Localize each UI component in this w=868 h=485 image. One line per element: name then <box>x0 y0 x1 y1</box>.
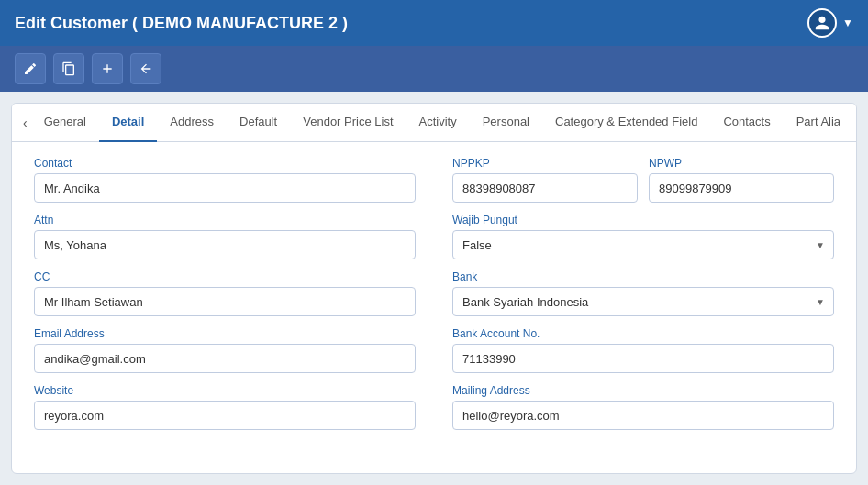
add-button[interactable] <box>92 53 123 84</box>
wajib-pungut-group: Wajib Pungut False True <box>452 214 834 259</box>
wajib-pungut-select[interactable]: False True <box>452 230 834 259</box>
bank-group: Bank Bank Syariah Indonesia <box>452 270 834 316</box>
user-chevron-icon: ▼ <box>842 17 853 29</box>
attn-label: Attn <box>34 214 416 226</box>
form-left-column: Contact Attn CC Email Address Website <box>34 157 416 458</box>
email-group: Email Address <box>34 327 416 373</box>
tab-part-alia[interactable]: Part Alia <box>784 104 853 142</box>
tab-category-extended-field[interactable]: Category & Extended Field <box>542 104 710 142</box>
tab-address[interactable]: Address <box>157 104 227 142</box>
tab-prev-button[interactable]: ‹ <box>19 116 31 130</box>
main-content: ‹ General Detail Address Default Vendor … <box>0 92 868 485</box>
mailing-address-group: Mailing Address <box>452 384 834 430</box>
nppkp-label: NPPKP <box>452 157 638 170</box>
bank-wrapper: Bank Syariah Indonesia <box>452 287 834 316</box>
tab-bar: ‹ General Detail Address Default Vendor … <box>12 104 856 142</box>
npwp-group: NPWP <box>649 157 834 203</box>
tab-contacts[interactable]: Contacts <box>710 104 783 142</box>
npwp-label: NPWP <box>649 157 834 170</box>
bank-account-group: Bank Account No. <box>452 327 834 373</box>
cc-group: CC <box>34 270 416 316</box>
copy-button[interactable] <box>53 53 84 84</box>
contact-group: Contact <box>34 157 416 203</box>
tab-general[interactable]: General <box>31 104 99 142</box>
user-menu[interactable]: ▼ <box>807 8 853 38</box>
email-label: Email Address <box>34 327 416 340</box>
cc-input[interactable] <box>34 287 416 316</box>
back-button[interactable] <box>130 53 161 84</box>
mailing-address-input[interactable] <box>452 401 834 430</box>
attn-group: Attn <box>34 214 416 259</box>
tab-default[interactable]: Default <box>227 104 290 142</box>
bank-label: Bank <box>452 270 834 283</box>
mailing-address-label: Mailing Address <box>452 384 834 397</box>
edit-button[interactable] <box>15 53 46 84</box>
contact-label: Contact <box>34 157 416 170</box>
wajib-pungut-wrapper: False True <box>452 230 834 259</box>
form-right-column: NPPKP NPWP Wajib Pungut False True <box>452 157 834 458</box>
email-input[interactable] <box>34 344 416 373</box>
attn-input[interactable] <box>34 230 416 259</box>
website-label: Website <box>34 384 416 397</box>
website-group: Website <box>34 384 416 430</box>
nppkp-npwp-row: NPPKP NPWP <box>452 157 834 214</box>
tab-next-button[interactable]: › <box>853 116 857 130</box>
tab-personal[interactable]: Personal <box>470 104 542 142</box>
toolbar <box>0 46 868 92</box>
bank-select[interactable]: Bank Syariah Indonesia <box>452 287 834 316</box>
tab-activity[interactable]: Activity <box>406 104 470 142</box>
bank-account-input[interactable] <box>452 344 834 373</box>
header: Edit Customer ( DEMO MANUFACTURE 2 ) ▼ <box>0 0 868 46</box>
website-input[interactable] <box>34 401 416 430</box>
tab-vendor-price-list[interactable]: Vendor Price List <box>290 104 406 142</box>
tab-detail[interactable]: Detail <box>99 104 157 142</box>
bank-account-label: Bank Account No. <box>452 327 834 340</box>
form-content: Contact Attn CC Email Address Website <box>12 142 856 473</box>
nppkp-group: NPPKP <box>452 157 638 203</box>
npwp-input[interactable] <box>649 173 834 203</box>
nppkp-input[interactable] <box>452 173 638 203</box>
contact-input[interactable] <box>34 173 416 203</box>
wajib-pungut-label: Wajib Pungut <box>452 214 834 226</box>
user-avatar <box>807 8 837 38</box>
form-card: ‹ General Detail Address Default Vendor … <box>11 103 857 474</box>
page-title: Edit Customer ( DEMO MANUFACTURE 2 ) <box>15 14 348 33</box>
cc-label: CC <box>34 270 416 283</box>
